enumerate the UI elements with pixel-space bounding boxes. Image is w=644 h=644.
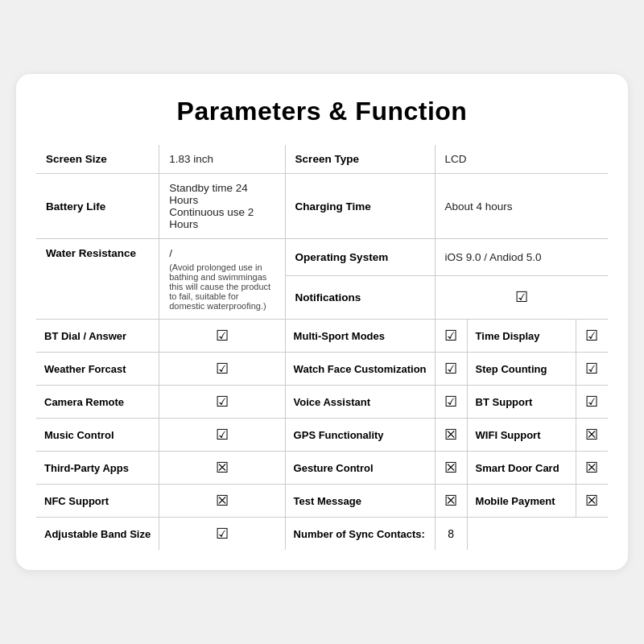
feature-gesture-check (444, 463, 457, 475)
feature-test-message-check (444, 496, 457, 508)
feature-mobile-payment-check (585, 496, 598, 508)
screen-type-value: LCD (445, 153, 467, 165)
charging-time-value: About 4 hours (445, 200, 513, 213)
feature-weather: Weather Forcast (44, 363, 126, 375)
feature-adj-band-check (216, 529, 229, 541)
card: Parameters & Function Screen Size 1.83 i… (16, 74, 628, 570)
feature-test-message: Test Message (294, 495, 361, 507)
water-note: (Avoid prolonged use in bathing and swim… (169, 262, 275, 311)
feature-nfc-check (216, 496, 229, 508)
feature-voice: Voice Assistant (294, 396, 370, 408)
feature-multisport-check (444, 331, 457, 343)
feature-bt-dial-check (216, 331, 229, 343)
feature-mobile-payment: Mobile Payment (476, 495, 555, 507)
feature-nfc: NFC Support (44, 495, 109, 507)
feature-sync-contacts-value: 8 (448, 527, 454, 540)
charging-time-label: Charging Time (295, 200, 371, 213)
feature-step-counting-check (585, 364, 598, 376)
feature-step-counting: Step Counting (476, 363, 547, 375)
feature-smart-door: Smart Door Card (476, 462, 559, 474)
feature-third-party: Third-Party Apps (44, 462, 129, 474)
feature-row-5: Third-Party Apps Gesture Control Smart D… (36, 452, 609, 485)
feature-music: Music Control (44, 429, 114, 441)
feature-music-check (216, 430, 229, 442)
screen-size-label: Screen Size (46, 153, 107, 165)
params-table: Screen Size 1.83 inch Screen Type LCD Ba… (35, 144, 609, 551)
feature-row-3: Camera Remote Voice Assistant BT Support (36, 386, 609, 419)
feature-bt-support: BT Support (476, 396, 533, 408)
water-resistance-label: Water Resistance (46, 247, 136, 259)
feature-row-2: Weather Forcast Watch Face Customization… (36, 353, 609, 386)
page-title: Parameters & Function (35, 97, 609, 126)
feature-sync-contacts-label: Number of Sync Contacts: (294, 528, 425, 540)
feature-watchface-check (444, 364, 457, 376)
battery-life-value: Standby time 24 HoursContinuous use 2 Ho… (169, 182, 254, 230)
feature-multisport: Multi-Sport Modes (294, 330, 385, 342)
feature-time-display-check (585, 331, 598, 343)
feature-weather-check (216, 364, 229, 376)
row-battery: Battery Life Standby time 24 HoursContin… (36, 174, 609, 239)
feature-adj-band: Adjustable Band Size (44, 528, 151, 540)
screen-size-value: 1.83 inch (169, 153, 213, 165)
row-screen: Screen Size 1.83 inch Screen Type LCD (36, 145, 609, 174)
feature-wifi: WIFI Support (476, 429, 541, 441)
feature-wifi-check (585, 430, 598, 442)
notifications-check (515, 292, 528, 304)
water-resistance-value: / (169, 247, 172, 259)
feature-gps-check (444, 430, 457, 442)
notifications-label: Notifications (295, 291, 361, 303)
feature-third-party-check (216, 463, 229, 475)
operating-system-value: iOS 9.0 / Andiod 5.0 (445, 251, 542, 263)
battery-life-label: Battery Life (46, 200, 105, 213)
feature-camera-check (216, 397, 229, 409)
screen-type-label: Screen Type (295, 153, 359, 165)
feature-smart-door-check (585, 463, 598, 475)
feature-camera: Camera Remote (44, 396, 124, 408)
feature-bt-support-check (585, 397, 598, 409)
feature-row-7: Adjustable Band Size Number of Sync Cont… (36, 518, 609, 551)
row-water: Water Resistance / (Avoid prolonged use … (36, 239, 609, 276)
feature-time-display: Time Display (476, 330, 540, 342)
feature-row-6: NFC Support Test Message Mobile Payment (36, 485, 609, 518)
feature-gesture: Gesture Control (294, 462, 374, 474)
feature-voice-check (444, 397, 457, 409)
feature-gps: GPS Functionality (294, 429, 384, 441)
feature-bt-dial: BT Dial / Answer (44, 330, 126, 342)
feature-watchface: Watch Face Customization (294, 363, 427, 375)
feature-row-1: BT Dial / Answer Multi-Sport Modes Time … (36, 320, 609, 353)
operating-system-label: Operating System (295, 251, 389, 263)
feature-row-4: Music Control GPS Functionality WIFI Sup… (36, 419, 609, 452)
